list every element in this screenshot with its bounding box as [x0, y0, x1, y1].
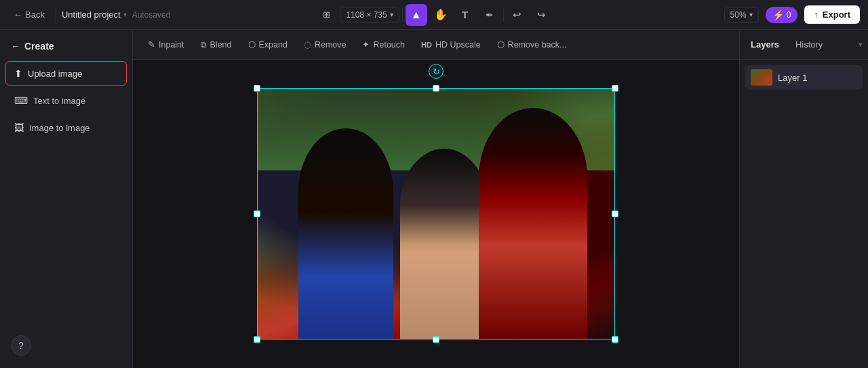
layers-tab-label: Layers — [751, 39, 779, 50]
rotate-handle[interactable]: ↻ — [429, 64, 443, 79]
sidebar-item-label: Image to image — [29, 123, 90, 133]
sidebar-item-image-to-image[interactable]: 🖼 Image to image — [5, 115, 127, 140]
layer-thumbnail — [751, 69, 772, 86]
retouch-label: Retouch — [373, 40, 405, 50]
export-label: Export — [823, 10, 850, 20]
sidebar-bottom: ? — [5, 330, 127, 361]
hd-upscale-button[interactable]: HD HD Upscale — [414, 37, 488, 53]
blend-icon: ⧉ — [201, 40, 207, 50]
person-left — [298, 128, 393, 339]
blend-label: Blend — [210, 40, 232, 50]
counter-badge: ⚡ 0 — [766, 7, 798, 23]
text-gen-icon: ⌨ — [14, 95, 28, 106]
hd-upscale-label: HD Upscale — [435, 40, 481, 50]
handle-top-right[interactable] — [612, 85, 618, 92]
canvas-area: ✎ Inpaint ⧉ Blend ⬡ Expand ◌ Remove ✦ Re… — [133, 30, 739, 368]
tab-history[interactable]: History — [787, 34, 831, 55]
inpaint-button[interactable]: ✎ Inpaint — [141, 36, 191, 53]
canvas-container[interactable]: ↻ — [133, 60, 739, 368]
expand-icon: ⬡ — [248, 39, 256, 50]
sidebar-header: ← Create — [5, 37, 127, 58]
redo-button[interactable]: ↪ — [531, 4, 553, 26]
inpaint-label: Inpaint — [159, 40, 184, 50]
export-button[interactable]: ↑ Export — [804, 5, 860, 24]
retouch-icon: ✦ — [362, 39, 370, 50]
upload-icon: ⬆ — [14, 68, 22, 79]
handle-middle-left[interactable] — [254, 210, 260, 217]
undo-button[interactable]: ↩ — [507, 4, 528, 26]
handle-top-left[interactable] — [254, 85, 260, 92]
canvas-image-wrapper[interactable]: ↻ — [257, 88, 615, 339]
expand-button[interactable]: ⬡ Expand — [241, 36, 294, 53]
dimension-badge[interactable]: 1108 × 735 ▾ — [340, 7, 399, 23]
retouch-button[interactable]: ✦ Retouch — [355, 36, 412, 53]
inpaint-icon: ✎ — [148, 39, 155, 50]
topbar-right: 50% ▾ ⚡ 0 ↑ Export — [558, 5, 860, 24]
handle-middle-right[interactable] — [612, 210, 618, 217]
handle-bottom-right[interactable] — [612, 336, 618, 343]
remove-bg-icon: ⬡ — [497, 39, 505, 50]
right-panel: Layers History ▾ Layer 1 — [739, 30, 868, 368]
sidebar-item-text-to-image[interactable]: ⌨ Text to image — [5, 88, 127, 113]
blend-button[interactable]: ⧉ Blend — [194, 37, 239, 53]
chevron-down-icon-panel[interactable]: ▾ — [856, 37, 865, 52]
main-area: ← Create ⬆ Upload image ⌨ Text to image … — [0, 30, 868, 368]
divider3 — [503, 8, 504, 22]
person-right — [479, 108, 587, 339]
layer-name: Layer 1 — [778, 73, 807, 83]
sidebar: ← Create ⬆ Upload image ⌨ Text to image … — [0, 30, 133, 368]
counter-value: 0 — [787, 10, 791, 20]
help-button[interactable]: ? — [11, 335, 31, 356]
sidebar-title: Create — [24, 41, 54, 52]
handle-bottom-left[interactable] — [254, 336, 260, 343]
sidebar-item-label: Upload image — [28, 69, 82, 79]
zoom-badge[interactable]: 50% ▾ — [724, 7, 759, 23]
canvas-image — [257, 88, 615, 339]
remove-label: Remove — [315, 40, 347, 50]
topbar-center: ⊞ 1108 × 735 ▾ ▲ ✋ T ✒ ↩ ↪ — [315, 4, 552, 26]
layers-content: Layer 1 — [740, 60, 868, 95]
divider — [56, 8, 56, 22]
pan-tool-button[interactable]: ✋ — [430, 4, 452, 26]
back-button[interactable]: ← Back — [8, 7, 50, 22]
topbar-left: ← Back Untitled project ▾ Autosaved — [8, 7, 310, 22]
zoom-text: 50% — [730, 10, 747, 20]
remove-icon: ◌ — [304, 39, 311, 50]
chevron-down-icon-zoom: ▾ — [749, 11, 753, 18]
back-icon: ← — [14, 10, 22, 20]
person-center — [400, 149, 488, 339]
history-tab-label: History — [795, 39, 823, 50]
back-label: Back — [25, 10, 45, 20]
tab-layers[interactable]: Layers — [743, 34, 787, 55]
divider2 — [402, 8, 403, 22]
resize-icon[interactable]: ⊞ — [315, 4, 337, 26]
export-icon: ↑ — [814, 10, 818, 20]
image-gen-icon: 🖼 — [14, 122, 24, 133]
remove-back-label: Remove back... — [508, 40, 567, 50]
project-name[interactable]: Untitled project ▾ — [62, 10, 127, 20]
handle-top-middle[interactable] — [433, 85, 439, 92]
sidebar-item-label: Text to image — [33, 96, 85, 106]
select-tool-button[interactable]: ▲ — [406, 4, 427, 26]
pen-tool-button[interactable]: ✒ — [479, 4, 500, 26]
hd-icon: HD — [421, 41, 432, 49]
autosaved-label: Autosaved — [132, 10, 171, 20]
project-name-text: Untitled project — [62, 10, 121, 20]
edit-toolbar: ✎ Inpaint ⧉ Blend ⬡ Expand ◌ Remove ✦ Re… — [133, 30, 739, 60]
remove-button[interactable]: ◌ Remove — [297, 36, 353, 53]
counter-icon: ⚡ — [772, 10, 784, 20]
topbar: ← Back Untitled project ▾ Autosaved ⊞ 11… — [0, 0, 868, 30]
chevron-down-icon-dim: ▾ — [390, 11, 393, 18]
panel-tabs: Layers History ▾ — [740, 30, 868, 60]
dimension-text: 1108 × 735 — [346, 10, 387, 20]
layer-item[interactable]: Layer 1 — [745, 65, 863, 90]
handle-bottom-middle[interactable] — [433, 336, 439, 343]
help-icon: ? — [18, 340, 24, 351]
text-tool-button[interactable]: T — [454, 4, 476, 26]
back-arrow-icon: ← — [11, 41, 20, 52]
chevron-down-icon: ▾ — [123, 11, 127, 18]
remove-background-button[interactable]: ⬡ Remove back... — [490, 36, 574, 53]
sidebar-item-upload-image[interactable]: ⬆ Upload image — [5, 61, 127, 86]
expand-label: Expand — [259, 40, 288, 50]
